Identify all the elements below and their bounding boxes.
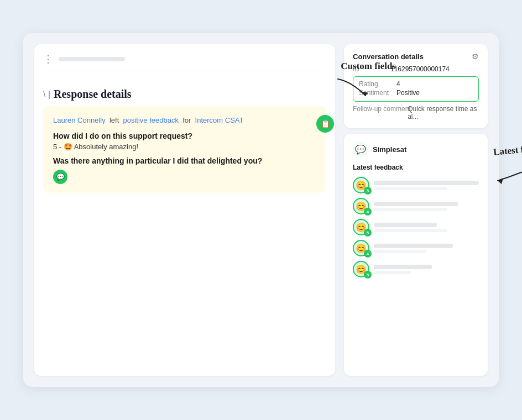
rating-field-row: Rating 4 — [359, 80, 473, 88]
feedback-card: Lauren Connelly left positive feedback f… — [43, 106, 326, 193]
highlighted-fields-box: Rating 4 Sentiment Positive — [353, 76, 479, 102]
latest-feedback-arrow — [493, 164, 522, 188]
line-bottom-2 — [374, 208, 447, 211]
rating-value: 4 — [396, 80, 400, 88]
line-top-4 — [374, 244, 453, 248]
feedback-header-left: left — [109, 116, 119, 124]
id-value: 1162957000000174 — [390, 65, 450, 73]
response-label: \ | Response details — [43, 88, 326, 101]
line-bottom-3 — [374, 229, 447, 232]
sentiment-field-row: Sentiment Positive — [359, 89, 473, 97]
smiley-badge-4: 😊 4 — [353, 240, 369, 256]
score-badge-1: 5 — [364, 187, 372, 195]
line-top-1 — [374, 181, 479, 185]
feedback-lines-2 — [374, 202, 479, 211]
answer-1: 5 - 🤩 Absolutely amazing! — [53, 143, 316, 151]
more-options-icon[interactable]: ⋮ — [43, 53, 54, 65]
feedback-item-4: 😊 4 — [353, 240, 479, 256]
settings-icon[interactable]: ⚙ — [472, 52, 479, 61]
left-panel: ⋮ Custom fields \ | Response details Lau… — [34, 44, 335, 376]
dashes-decoration: \ | — [43, 90, 50, 99]
feedback-lines-5 — [374, 265, 479, 274]
feedback-for-text: for — [182, 116, 191, 124]
feedback-message-icon[interactable]: 💬 — [53, 170, 67, 184]
survey-link[interactable]: Intercom CSAT — [195, 116, 244, 124]
custom-fields-annotation: Custom fields — [341, 61, 396, 72]
followup-label: Follow-up comment — [353, 105, 403, 113]
question-1: How did I do on this support request? — [53, 132, 316, 140]
latest-feedback-label: Latest feedback — [353, 164, 479, 171]
feedback-item-1: 😊 5 — [353, 177, 479, 193]
feedback-lines-1 — [374, 181, 479, 190]
score-badge-5: 5 — [364, 271, 372, 279]
simplesat-title: Simplesat — [373, 145, 406, 154]
svg-marker-1 — [498, 178, 503, 184]
smiley-badge-5: 😊 5 — [353, 261, 369, 277]
question-2: Was there anything in particular I did t… — [53, 156, 316, 165]
main-container: ⋮ Custom fields \ | Response details Lau… — [23, 33, 499, 387]
simplesat-header: 💬 Simplesat — [353, 141, 479, 157]
line-bottom-1 — [374, 187, 447, 190]
score-badge-3: 5 — [364, 229, 372, 237]
latest-feedback-annotation: Latest feedback — [493, 140, 522, 158]
followup-field-row: Follow-up comment Quick response time as… — [353, 105, 479, 120]
response-title: Response details — [54, 88, 132, 101]
sentiment-value: Positive — [396, 89, 420, 97]
line-bottom-5 — [374, 271, 411, 274]
score-badge-4: 4 — [364, 250, 372, 258]
custom-fields-arrow — [335, 76, 368, 101]
line-top-5 — [374, 265, 432, 269]
feedback-type-link[interactable]: positive feedback — [123, 116, 179, 124]
smiley-badge-2: 😊 4 — [353, 198, 369, 214]
score-badge-2: 4 — [364, 208, 372, 216]
line-top-3 — [374, 223, 437, 227]
feedback-item-5: 😊 5 — [353, 261, 479, 277]
panel-header: ⋮ — [43, 53, 326, 70]
header-placeholder — [59, 57, 125, 61]
user-link[interactable]: Lauren Connelly — [53, 116, 106, 124]
feedback-card-header: Lauren Connelly left positive feedback f… — [53, 115, 316, 126]
feedback-lines-3 — [374, 223, 479, 232]
simplesat-logo-icon: 💬 — [353, 141, 368, 157]
feedback-item-2: 😊 4 — [353, 198, 479, 214]
smiley-badge-3: 😊 5 — [353, 219, 369, 235]
smiley-badge-1: 😊 5 — [353, 177, 369, 193]
feedback-action-icon: 📋 — [321, 119, 330, 128]
feedback-item-3: 😊 5 — [353, 219, 479, 235]
svg-marker-0 — [362, 92, 368, 96]
simplesat-card: 💬 Simplesat Latest feedback Latest feedb… — [344, 134, 488, 376]
line-bottom-4 — [374, 250, 426, 253]
conv-details-header: Conversation details ⚙ — [353, 52, 479, 61]
response-section: \ | Response details Lauren Connelly lef… — [43, 88, 326, 193]
conv-details-title: Conversation details — [353, 53, 424, 61]
line-top-2 — [374, 202, 458, 206]
feedback-action-button[interactable]: 📋 — [316, 115, 334, 133]
followup-value: Quick response time as al... — [408, 105, 479, 120]
feedback-lines-4 — [374, 244, 479, 253]
